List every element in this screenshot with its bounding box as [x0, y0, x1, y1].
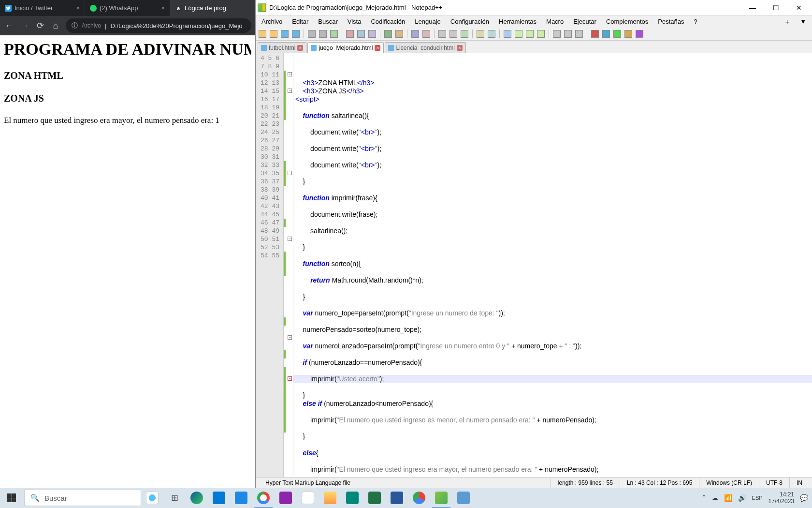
volume-icon[interactable]: 🔊 [738, 494, 746, 502]
file-tab[interactable]: juego_Mejorado.html× [307, 42, 384, 53]
close-icon[interactable]: × [76, 4, 80, 12]
title-bar[interactable]: D:\Logica de Programacion\juego_Mejorado… [256, 0, 812, 15]
chrome-app-2[interactable] [408, 488, 430, 508]
toolbar-button-24[interactable] [487, 29, 496, 39]
language-icon[interactable]: ESP [752, 495, 763, 501]
close-icon[interactable]: × [375, 45, 380, 51]
toolbar-button-23[interactable] [476, 29, 485, 39]
menu-macro[interactable]: Macro [542, 17, 567, 26]
address-bar[interactable]: ⓘ Archivo | D:/Logica%20de%20Programacio… [66, 18, 251, 33]
editor-area[interactable]: 4 5 6 7 8 9 10 11 12 13 14 15 16 17 18 1… [256, 53, 812, 477]
toolbar-button-5[interactable] [307, 29, 317, 39]
maximize-button[interactable]: ☐ [765, 0, 787, 15]
excel-app[interactable] [363, 488, 386, 508]
toolbar-button-9[interactable] [345, 29, 355, 39]
toolbar-button-26[interactable] [503, 29, 512, 39]
minimize-button[interactable]: — [741, 0, 764, 15]
toolbar-button-19[interactable] [437, 29, 447, 39]
toolbar-button-32[interactable] [563, 29, 573, 39]
close-button[interactable]: ✕ [788, 0, 810, 15]
notifications-icon[interactable]: 💬 [800, 494, 808, 502]
start-button[interactable] [0, 488, 23, 508]
app-purple[interactable] [275, 488, 297, 508]
browser-tab-whatsapp[interactable]: (2) WhatsApp × [85, 0, 170, 16]
fold-toggle[interactable]: − [288, 237, 292, 241]
toolbar-button-7[interactable] [329, 29, 339, 39]
fold-toggle[interactable]: − [288, 171, 292, 175]
toolbar-button-13[interactable] [383, 29, 393, 39]
menu-vista[interactable]: Vista [344, 17, 365, 26]
toolbar-button-37[interactable] [612, 29, 622, 39]
close-icon[interactable]: × [457, 45, 463, 51]
menu-herramientas[interactable]: Herramientas [495, 17, 540, 26]
file-tab[interactable]: Licencia_conducir.html× [385, 42, 465, 53]
toolbar-button-35[interactable] [590, 29, 600, 39]
menu-configuración[interactable]: Configuración [447, 17, 493, 26]
browser-tab-twitter[interactable]: Inicio / Twitter × [0, 0, 85, 16]
toolbar-button-38[interactable] [624, 29, 633, 39]
toolbar-button-31[interactable] [552, 29, 562, 39]
toolbar-button-3[interactable] [291, 29, 301, 39]
notepadpp-app[interactable] [430, 488, 452, 508]
word-app[interactable] [386, 488, 408, 508]
toolbar-button-1[interactable] [269, 29, 278, 39]
task-view-button[interactable]: ⊞ [163, 488, 186, 508]
toolbar-button-6[interactable] [318, 29, 328, 39]
app-white[interactable] [297, 488, 319, 508]
menu-editar[interactable]: Editar [288, 17, 312, 26]
fold-toggle[interactable]: − [288, 376, 292, 381]
fold-toggle[interactable]: − [288, 89, 292, 93]
close-icon[interactable]: × [161, 4, 165, 12]
toolbar-button-39[interactable] [635, 29, 644, 39]
cortana-button[interactable] [141, 488, 163, 508]
toolbar-button-33[interactable] [574, 29, 584, 39]
tab-overflow-button[interactable]: ▼ [796, 17, 810, 26]
file-tab[interactable]: futbol.html× [258, 42, 306, 53]
menu-pestañas[interactable]: Pestañas [654, 17, 688, 26]
page-title: PROGRAMA DE ADIVINAR NUME [4, 40, 251, 59]
close-icon[interactable]: × [297, 45, 303, 51]
edge-app[interactable] [186, 488, 208, 508]
menu-lenguaje[interactable]: Lenguaje [411, 17, 445, 26]
toolbar-button-10[interactable] [356, 29, 366, 39]
toolbar-button-17[interactable] [421, 29, 431, 39]
fold-toggle[interactable]: − [288, 72, 292, 76]
app-blue[interactable] [452, 488, 475, 508]
explorer-app[interactable] [319, 488, 341, 508]
toolbar-button-14[interactable] [394, 29, 404, 39]
toolbar-button-21[interactable] [460, 29, 469, 39]
toolbar-button-0[interactable] [258, 29, 267, 39]
menu-ejecutar[interactable]: Ejecutar [569, 17, 600, 26]
toolbar-button-29[interactable] [536, 29, 546, 39]
toolbar-button-36[interactable] [601, 29, 611, 39]
tray-up-icon[interactable]: ˄ [702, 494, 706, 502]
clock[interactable]: 14:21 17/4/2023 [768, 491, 794, 505]
new-tab-button[interactable]: + [780, 16, 794, 27]
menu-buscar[interactable]: Buscar [314, 17, 341, 26]
mail-app[interactable] [208, 488, 230, 508]
forward-button[interactable]: → [19, 20, 30, 31]
toolbar-button-11[interactable] [367, 29, 377, 39]
wifi-icon[interactable]: 📶 [724, 494, 732, 502]
toolbar-button-20[interactable] [449, 29, 458, 39]
toolbar-button-27[interactable] [514, 29, 523, 39]
onedrive-icon[interactable]: ☁ [711, 494, 718, 502]
store-app[interactable] [230, 488, 252, 508]
taskbar-search[interactable]: 🔍 Buscar [24, 490, 141, 506]
toolbar-button-2[interactable] [280, 29, 290, 39]
menu-complementos[interactable]: Complementos [602, 17, 652, 26]
code-editor[interactable]: <h3>ZONA HTML</h3> <h3>ZONA JS</h3><scri… [293, 53, 812, 477]
menu-codificación[interactable]: Codificación [367, 17, 409, 26]
browser-tab-active[interactable]: a Lógica de prog [170, 0, 255, 16]
menu-archivo[interactable]: Archivo [258, 17, 286, 26]
reload-button[interactable]: ⟳ [35, 20, 45, 31]
toolbar-button-16[interactable] [410, 29, 420, 39]
search-placeholder: Buscar [44, 494, 67, 502]
home-button[interactable]: ⌂ [50, 20, 61, 31]
app-teal[interactable] [341, 488, 363, 508]
toolbar-button-28[interactable] [525, 29, 535, 39]
back-button[interactable]: ← [4, 20, 14, 31]
fold-toggle[interactable]: − [288, 335, 292, 340]
menu-?[interactable]: ? [690, 17, 701, 26]
chrome-app[interactable] [252, 488, 275, 508]
